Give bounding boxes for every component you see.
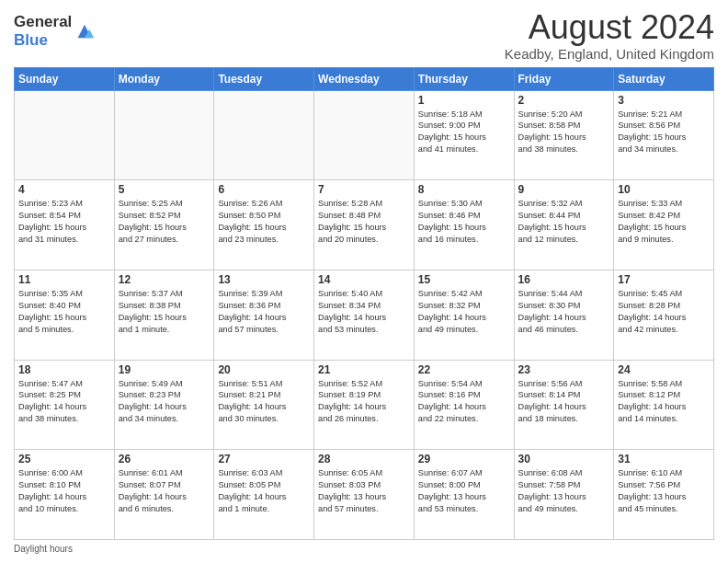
day-number: 20: [218, 363, 310, 376]
title-block: August 2024 Keadby, England, United King…: [505, 9, 714, 62]
day-number: 31: [618, 453, 710, 465]
day-number: 10: [618, 183, 710, 196]
calendar-cell: 6Sunrise: 5:26 AM Sunset: 8:50 PM Daylig…: [214, 180, 314, 270]
calendar-cell: [314, 90, 415, 180]
day-info: Sunrise: 5:18 AM Sunset: 9:00 PM Dayligh…: [418, 109, 510, 156]
day-info: Sunrise: 5:51 AM Sunset: 8:21 PM Dayligh…: [218, 378, 310, 426]
calendar-cell: 16Sunrise: 5:44 AM Sunset: 8:30 PM Dayli…: [514, 270, 614, 360]
calendar-cell: 30Sunrise: 6:08 AM Sunset: 7:58 PM Dayli…: [514, 450, 614, 540]
day-info: Sunrise: 5:20 AM Sunset: 8:58 PM Dayligh…: [518, 109, 610, 156]
calendar-cell: [15, 90, 115, 180]
calendar-week-2: 11Sunrise: 5:35 AM Sunset: 8:40 PM Dayli…: [15, 270, 714, 360]
day-number: 30: [518, 453, 610, 465]
day-info: Sunrise: 5:21 AM Sunset: 8:56 PM Dayligh…: [618, 109, 710, 156]
day-info: Sunrise: 5:37 AM Sunset: 8:38 PM Dayligh…: [119, 288, 210, 336]
calendar-cell: 19Sunrise: 5:49 AM Sunset: 8:23 PM Dayli…: [114, 360, 214, 450]
page: General Blue August 2024 Keadby, England…: [0, 0, 728, 563]
calendar-cell: 11Sunrise: 5:35 AM Sunset: 8:40 PM Dayli…: [15, 270, 115, 360]
calendar-table: Sunday Monday Tuesday Wednesday Thursday…: [14, 67, 714, 540]
day-number: 14: [318, 273, 410, 286]
day-number: 18: [18, 363, 110, 376]
day-number: 4: [18, 183, 110, 196]
day-number: 7: [318, 183, 410, 196]
calendar-week-0: 1Sunrise: 5:18 AM Sunset: 9:00 PM Daylig…: [15, 90, 714, 180]
calendar-cell: [214, 90, 314, 180]
day-info: Sunrise: 5:26 AM Sunset: 8:50 PM Dayligh…: [218, 198, 310, 246]
calendar-cell: 1Sunrise: 5:18 AM Sunset: 9:00 PM Daylig…: [414, 90, 514, 180]
col-thursday: Thursday: [414, 67, 514, 90]
day-info: Sunrise: 6:05 AM Sunset: 8:03 PM Dayligh…: [318, 467, 410, 515]
day-info: Sunrise: 5:56 AM Sunset: 8:14 PM Dayligh…: [518, 378, 610, 426]
day-number: 23: [518, 363, 610, 376]
calendar-cell: 22Sunrise: 5:54 AM Sunset: 8:16 PM Dayli…: [414, 360, 514, 450]
calendar-cell: 4Sunrise: 5:23 AM Sunset: 8:54 PM Daylig…: [15, 180, 115, 270]
day-number: 8: [418, 183, 510, 196]
calendar-cell: 15Sunrise: 5:42 AM Sunset: 8:32 PM Dayli…: [414, 270, 514, 360]
day-info: Sunrise: 6:00 AM Sunset: 8:10 PM Dayligh…: [18, 467, 110, 515]
calendar-cell: 12Sunrise: 5:37 AM Sunset: 8:38 PM Dayli…: [114, 270, 214, 360]
calendar-cell: 14Sunrise: 5:40 AM Sunset: 8:34 PM Dayli…: [314, 270, 415, 360]
col-friday: Friday: [514, 67, 614, 90]
day-number: 28: [318, 453, 410, 465]
calendar-cell: 17Sunrise: 5:45 AM Sunset: 8:28 PM Dayli…: [614, 270, 714, 360]
calendar-cell: 13Sunrise: 5:39 AM Sunset: 8:36 PM Dayli…: [214, 270, 314, 360]
col-monday: Monday: [114, 67, 214, 90]
calendar-cell: 21Sunrise: 5:52 AM Sunset: 8:19 PM Dayli…: [314, 360, 415, 450]
day-number: 17: [618, 273, 710, 286]
calendar-cell: 29Sunrise: 6:07 AM Sunset: 8:00 PM Dayli…: [414, 450, 514, 540]
day-number: 2: [518, 94, 610, 107]
day-number: 6: [218, 183, 310, 196]
day-info: Sunrise: 5:28 AM Sunset: 8:48 PM Dayligh…: [318, 198, 410, 246]
day-info: Sunrise: 5:30 AM Sunset: 8:46 PM Dayligh…: [418, 198, 510, 246]
calendar-week-4: 25Sunrise: 6:00 AM Sunset: 8:10 PM Dayli…: [15, 450, 714, 540]
col-saturday: Saturday: [614, 67, 714, 90]
day-number: 19: [119, 363, 210, 376]
col-wednesday: Wednesday: [314, 67, 415, 90]
calendar-cell: [114, 90, 214, 180]
day-info: Sunrise: 5:45 AM Sunset: 8:28 PM Dayligh…: [618, 288, 710, 336]
day-info: Sunrise: 5:54 AM Sunset: 8:16 PM Dayligh…: [418, 378, 510, 426]
logo: General Blue: [14, 13, 95, 50]
day-number: 21: [318, 363, 410, 376]
day-number: 1: [418, 94, 510, 107]
day-number: 12: [119, 273, 210, 286]
day-number: 22: [418, 363, 510, 376]
calendar-cell: 26Sunrise: 6:01 AM Sunset: 8:07 PM Dayli…: [114, 450, 214, 540]
day-info: Sunrise: 5:32 AM Sunset: 8:44 PM Dayligh…: [518, 198, 610, 246]
calendar-cell: 7Sunrise: 5:28 AM Sunset: 8:48 PM Daylig…: [314, 180, 415, 270]
logo-icon: [74, 21, 95, 41]
day-info: Sunrise: 5:40 AM Sunset: 8:34 PM Dayligh…: [318, 288, 410, 336]
calendar-header-row: Sunday Monday Tuesday Wednesday Thursday…: [15, 67, 714, 90]
logo-general: General: [14, 13, 72, 30]
col-tuesday: Tuesday: [214, 67, 314, 90]
day-info: Sunrise: 5:42 AM Sunset: 8:32 PM Dayligh…: [418, 288, 510, 336]
day-info: Sunrise: 5:39 AM Sunset: 8:36 PM Dayligh…: [218, 288, 310, 336]
day-info: Sunrise: 5:49 AM Sunset: 8:23 PM Dayligh…: [119, 378, 210, 426]
day-info: Sunrise: 5:33 AM Sunset: 8:42 PM Dayligh…: [618, 198, 710, 246]
day-info: Sunrise: 6:08 AM Sunset: 7:58 PM Dayligh…: [518, 467, 610, 515]
day-number: 13: [218, 273, 310, 286]
day-info: Sunrise: 5:58 AM Sunset: 8:12 PM Dayligh…: [618, 378, 710, 426]
day-info: Sunrise: 6:10 AM Sunset: 7:56 PM Dayligh…: [618, 467, 710, 515]
col-sunday: Sunday: [15, 67, 115, 90]
calendar-cell: 25Sunrise: 6:00 AM Sunset: 8:10 PM Dayli…: [15, 450, 115, 540]
day-number: 3: [618, 94, 710, 107]
calendar-cell: 31Sunrise: 6:10 AM Sunset: 7:56 PM Dayli…: [614, 450, 714, 540]
day-number: 24: [618, 363, 710, 376]
day-number: 5: [119, 183, 210, 196]
day-number: 26: [119, 453, 210, 465]
calendar-cell: 24Sunrise: 5:58 AM Sunset: 8:12 PM Dayli…: [614, 360, 714, 450]
calendar-week-3: 18Sunrise: 5:47 AM Sunset: 8:25 PM Dayli…: [15, 360, 714, 450]
calendar-cell: 10Sunrise: 5:33 AM Sunset: 8:42 PM Dayli…: [614, 180, 714, 270]
subtitle: Keadby, England, United Kingdom: [505, 46, 714, 62]
calendar-cell: 23Sunrise: 5:56 AM Sunset: 8:14 PM Dayli…: [514, 360, 614, 450]
header: General Blue August 2024 Keadby, England…: [14, 9, 714, 62]
footer-note: Daylight hours: [14, 544, 714, 554]
calendar-cell: 9Sunrise: 5:32 AM Sunset: 8:44 PM Daylig…: [514, 180, 614, 270]
calendar-week-1: 4Sunrise: 5:23 AM Sunset: 8:54 PM Daylig…: [15, 180, 714, 270]
calendar-cell: 28Sunrise: 6:05 AM Sunset: 8:03 PM Dayli…: [314, 450, 415, 540]
day-number: 27: [218, 453, 310, 465]
calendar-cell: 3Sunrise: 5:21 AM Sunset: 8:56 PM Daylig…: [614, 90, 714, 180]
day-number: 15: [418, 273, 510, 286]
logo-text: General Blue: [14, 13, 72, 50]
